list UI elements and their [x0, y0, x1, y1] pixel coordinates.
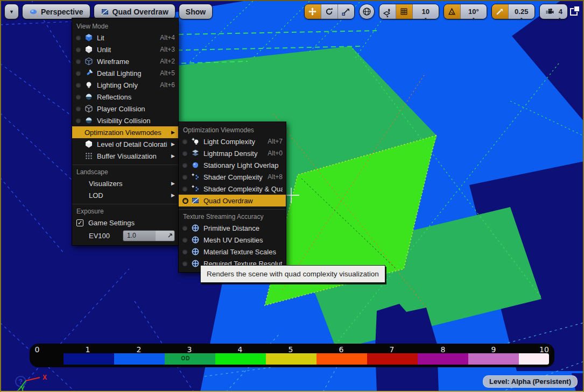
- menu-item-lod-coloration[interactable]: Level of Detail Coloration ▶: [72, 138, 178, 150]
- menu-item-player-collision[interactable]: Player Collision: [72, 103, 178, 115]
- legend-segment: [266, 353, 316, 365]
- menu-item-lit[interactable]: Lit Alt+4: [72, 32, 178, 44]
- submenu-item-quad-overdraw[interactable]: Quad Overdraw: [179, 195, 286, 206]
- grid-icon: [399, 7, 409, 16]
- tooltip: Renders the scene with quad complexity v…: [200, 265, 385, 283]
- grid-snap-group: ▾ 10 ▾: [379, 4, 439, 19]
- texture-accuracy-icon: [191, 259, 200, 268]
- rotation-snap-group: 10° ▾: [444, 4, 487, 19]
- menu-item-optimization-viewmodes[interactable]: Optimization Viewmodes ▶: [72, 126, 178, 138]
- overdraw-legend: 0 1 2 3 4 5 6 7 8 9 10 OD: [30, 344, 554, 367]
- menu-item-visibility-collision[interactable]: Visibility Collision: [72, 115, 178, 126]
- scale-snap-value[interactable]: 0.25 ▾: [509, 4, 534, 19]
- drag-resize-icon: [167, 232, 173, 239]
- scale-tool-button[interactable]: [338, 4, 354, 19]
- radio-icon: [182, 151, 187, 156]
- submenu-arrow-icon: ▶: [171, 181, 175, 186]
- legend-tick: 5: [289, 345, 293, 354]
- submenu-item-shader-complexity-quads[interactable]: Shader Complexity & Quads: [179, 183, 286, 195]
- scale-snap-toggle[interactable]: [492, 4, 509, 19]
- x-axis-label: X: [43, 374, 47, 381]
- scale-icon: [341, 7, 350, 16]
- viewport-options-button[interactable]: ▼: [4, 4, 19, 19]
- submenu-item-mesh-uv-densities[interactable]: Mesh UV Densities: [179, 234, 286, 246]
- submenu-item-material-texture-scales[interactable]: Material Texture Scales: [179, 246, 286, 258]
- surface-snap-button[interactable]: ▾: [379, 4, 396, 19]
- texture-streaming-header: Texture Streaming Accuracy: [179, 210, 286, 222]
- radio-icon: [182, 261, 187, 266]
- menu-item-lod[interactable]: LOD ▶: [72, 189, 178, 201]
- perspective-label: Perspective: [41, 8, 83, 16]
- legend-segment: [519, 353, 549, 365]
- texture-accuracy-icon: [191, 224, 200, 232]
- world-coordinate-button[interactable]: [360, 4, 374, 19]
- camera-speed-button[interactable]: 4 ▾: [540, 4, 567, 19]
- axis-gizmo: X Y: [10, 371, 53, 392]
- grid-snap-toggle[interactable]: [396, 4, 413, 19]
- maximize-viewport-button[interactable]: [570, 6, 580, 16]
- radio-icon: [76, 118, 81, 123]
- menu-item-reflections[interactable]: Reflections: [72, 91, 178, 103]
- camera-icon: [545, 8, 555, 16]
- menu-item-game-settings[interactable]: ✓ Game Settings: [72, 217, 178, 229]
- menu-item-visualizers[interactable]: Visualizers ▶: [72, 177, 178, 189]
- legend-segment: [215, 353, 266, 365]
- submenu-arrow-icon: ▶: [171, 153, 175, 159]
- menu-item-lighting-only[interactable]: Lighting Only Alt+6: [72, 79, 178, 91]
- radio-icon: [182, 226, 187, 231]
- menu-item-detail-lighting[interactable]: Detail Lighting Alt+5: [72, 67, 178, 79]
- viewmode-button[interactable]: Quad Overdraw: [94, 4, 175, 19]
- menu-item-buffer-visualization[interactable]: Buffer Visualization ▶: [72, 150, 178, 162]
- grid-snap-value[interactable]: 10 ▾: [413, 4, 439, 19]
- ev100-spinbox[interactable]: 1.0: [123, 230, 175, 241]
- rotation-snap-toggle[interactable]: [444, 4, 461, 19]
- perspective-button[interactable]: Perspective: [22, 4, 90, 19]
- submenu-item-lightmap-density[interactable]: Lightmap Density Alt+0: [179, 147, 286, 159]
- scale-snap-group: 0.25 ▾: [491, 4, 535, 19]
- checkbox-checked-icon[interactable]: ✓: [76, 219, 83, 226]
- legend-tick: 1: [86, 345, 90, 354]
- show-label: Show: [186, 8, 206, 16]
- submenu-arrow-icon: ▶: [171, 130, 175, 135]
- radio-icon: [76, 106, 81, 111]
- shader-complexity-quads-icon: [191, 184, 200, 193]
- rotate-icon: [325, 7, 334, 16]
- legend-tick: 7: [390, 345, 395, 354]
- submenu-item-shader-complexity[interactable]: Shader Complexity Alt+8: [179, 171, 286, 183]
- rotation-snap-value[interactable]: 10° ▾: [461, 4, 487, 19]
- move-tool-button[interactable]: [305, 4, 321, 19]
- radio-icon: [182, 175, 187, 180]
- light-complexity-icon: [191, 137, 200, 146]
- show-button[interactable]: Show: [179, 4, 213, 19]
- legend-tick: 3: [187, 345, 192, 354]
- submenu-item-primitive-distance[interactable]: Primitive Distance: [179, 222, 286, 234]
- collision-cube-icon: [85, 104, 93, 113]
- legend-tick: 8: [441, 345, 446, 354]
- legend-od-marker: OD: [181, 355, 191, 361]
- view-mode-menu: View Mode Lit Alt+4 Unlit Alt+3 Wirefram…: [72, 18, 179, 246]
- radio-icon: [182, 238, 187, 243]
- radio-icon: [76, 47, 81, 52]
- rotate-tool-button[interactable]: [321, 4, 338, 19]
- legend-segment: [114, 353, 165, 365]
- submenu-item-stationary-light-overlap[interactable]: Stationary Light Overlap: [179, 159, 286, 171]
- transform-tools-group: [304, 4, 355, 19]
- legend-segment: [367, 353, 418, 365]
- scale-snap-icon: [495, 7, 504, 16]
- legend-segment: [468, 353, 519, 365]
- legend-segment: [316, 353, 367, 365]
- submenu-arrow-icon: ▶: [171, 141, 175, 147]
- menu-item-unlit[interactable]: Unlit Alt+3: [72, 44, 178, 55]
- dropdown-caret-icon: ▼: [9, 9, 14, 15]
- lod-cube-icon: [85, 140, 93, 148]
- menu-item-wireframe[interactable]: Wireframe Alt+2: [72, 55, 178, 67]
- y-axis-label: Y: [20, 385, 25, 392]
- angle-snap-icon: [447, 7, 456, 16]
- radio-icon: [182, 163, 187, 168]
- lightmap-density-icon: [191, 149, 200, 158]
- level-badge: Level: Alpha (Persistent): [483, 375, 578, 388]
- legend-tick: 4: [238, 345, 243, 354]
- submenu-item-light-complexity[interactable]: Light Complexity Alt+7: [179, 136, 286, 147]
- legend-tick: 9: [491, 345, 496, 354]
- perspective-icon: [29, 8, 38, 16]
